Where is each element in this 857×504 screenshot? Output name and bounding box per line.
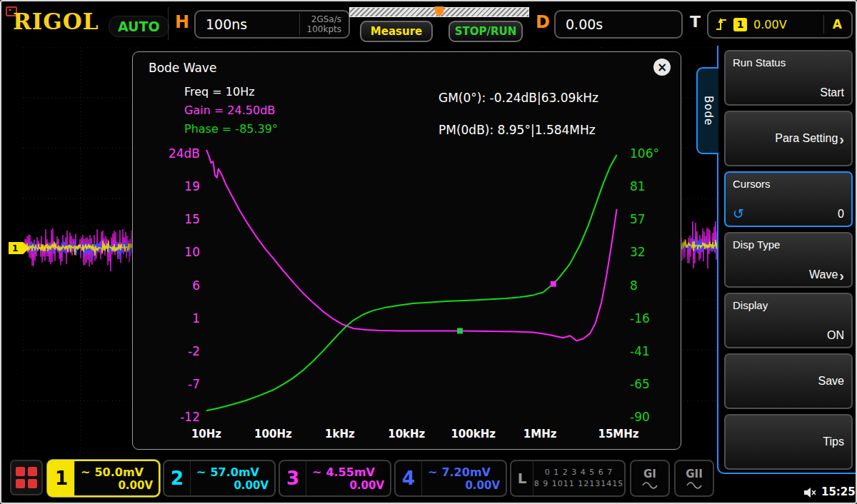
- menu-label: Run Status: [733, 56, 844, 69]
- menu-value: Para Setting: [775, 132, 838, 145]
- svg-text:15: 15: [184, 212, 200, 226]
- timebase-value: 100ns: [196, 16, 299, 32]
- svg-text:10: 10: [184, 245, 200, 259]
- quick-menu-button[interactable]: [10, 460, 43, 495]
- channel-scale: 4.55mV: [326, 465, 375, 479]
- trigger-box[interactable]: 1 0.00V A: [707, 10, 853, 39]
- menu-value: Start: [820, 86, 844, 99]
- rising-edge-icon: [716, 17, 727, 31]
- bode-plot: 24dB19151061-2-7-12106°8157328-16-41-65-…: [139, 143, 671, 443]
- divider: [823, 15, 824, 34]
- menu-value: ON: [827, 329, 844, 342]
- svg-text:-65: -65: [630, 377, 650, 391]
- oscilloscope-screen: RIGOL AUTO H 100ns 2GSa/s 100kpts Measur…: [0, 0, 857, 504]
- channel-offset: 0.00V: [81, 479, 153, 492]
- channel-2-badge[interactable]: 2 ~57.0mV 0.00V: [163, 460, 276, 497]
- menu-item-display[interactable]: Display ON: [724, 293, 853, 348]
- channel-number: 2: [164, 461, 191, 495]
- delay-box[interactable]: 0.00s: [554, 10, 683, 39]
- phase-margin-readout: PM(0dB): 8.95°|1.584MHz: [438, 123, 596, 137]
- measure-button[interactable]: Measure: [360, 21, 433, 42]
- tab-bode[interactable]: Bode: [696, 67, 718, 154]
- svg-text:-2: -2: [188, 344, 200, 358]
- generator1-badge[interactable]: GI: [630, 460, 670, 497]
- run-mode-badge: AUTO: [109, 16, 169, 37]
- coupling-icon: ~: [196, 465, 206, 479]
- trigger-source-badge: 1: [733, 18, 747, 31]
- position-marker-icon: [435, 6, 443, 17]
- acquisition-info: 2GSa/s 100kpts: [299, 14, 349, 35]
- menu-label: Cursors: [733, 178, 844, 190]
- channel-values: ~57.0mV 0.00V: [191, 461, 274, 495]
- svg-text:-7: -7: [188, 377, 200, 391]
- red-square-icon: [28, 467, 37, 476]
- red-square-icon: [16, 479, 25, 488]
- menu-sidebar: Run Status Start Para Setting› Cursors ↺…: [717, 46, 857, 474]
- reset-cursor-icon: ↺: [733, 207, 744, 221]
- svg-text:6: 6: [192, 278, 200, 293]
- channel-scale: 7.20mV: [441, 465, 491, 479]
- close-icon[interactable]: ×: [653, 59, 671, 76]
- sine-wave-icon: [642, 482, 658, 489]
- svg-text:1kHz: 1kHz: [325, 428, 355, 440]
- menu-value: Save: [818, 375, 844, 388]
- timebase-box[interactable]: 100ns 2GSa/s 100kpts: [194, 10, 350, 39]
- generator2-badge[interactable]: GII: [674, 460, 714, 497]
- mute-speaker-icon: [803, 487, 817, 498]
- channel-values: ~50.0mV 0.00V: [75, 461, 159, 495]
- menu-label: Display: [733, 299, 844, 311]
- channel-number: 4: [396, 461, 422, 495]
- rigol-logo: RIGOL: [13, 9, 99, 34]
- channel-offset: 0.00V: [312, 479, 384, 492]
- channel-number: 1: [49, 461, 75, 495]
- coupling-icon: ~: [81, 465, 90, 479]
- menu-item-disp-type[interactable]: Disp Type Wave›: [724, 232, 853, 288]
- la-label: L: [511, 461, 533, 495]
- trigger-sweep-mode: A: [831, 17, 844, 31]
- menu-item-cursors[interactable]: Cursors ↺0: [724, 171, 853, 227]
- coupling-icon: ~: [312, 465, 321, 479]
- trigger-label: T: [690, 13, 701, 31]
- menu-value: 0: [838, 208, 844, 221]
- red-square-icon: [28, 479, 37, 488]
- delay-value: 0.00s: [566, 16, 603, 32]
- channel-number: 3: [280, 461, 306, 495]
- chevron-right-icon: ›: [839, 270, 844, 281]
- channel-1-badge[interactable]: 1 ~50.0mV 0.00V: [47, 460, 160, 497]
- logic-analyzer-badge[interactable]: L 0 1 2 3 4 5 6 7 8 9 1011 12131415: [510, 460, 626, 497]
- bode-wave-dialog: Bode Wave × Freq = 10Hz Gain = 24.50dB P…: [132, 51, 681, 450]
- menu-item-tips[interactable]: Tips: [724, 414, 853, 470]
- menu-item-run-status[interactable]: Run Status Start: [724, 50, 853, 106]
- la-row2: 8 9 1011 12131415: [534, 478, 623, 490]
- freq-readout: Freq = 10Hz: [184, 85, 255, 99]
- clock: 15:25: [821, 485, 856, 498]
- sample-rate: 2GSa/s: [311, 14, 341, 24]
- channel-4-badge[interactable]: 4 ~7.20mV 0.00V: [394, 460, 507, 497]
- phase-readout: Phase = -85.39°: [184, 122, 278, 136]
- menu-value: Wave: [809, 268, 838, 281]
- chevron-right-icon: ›: [839, 133, 844, 145]
- svg-text:1MHz: 1MHz: [523, 428, 557, 440]
- menu-label: Disp Type: [733, 238, 844, 251]
- svg-text:-41: -41: [630, 344, 650, 358]
- svg-text:15MHz: 15MHz: [598, 428, 638, 440]
- svg-text:10kHz: 10kHz: [388, 428, 425, 440]
- svg-text:-16: -16: [630, 311, 650, 326]
- svg-text:100Hz: 100Hz: [254, 428, 292, 440]
- svg-text:19: 19: [184, 179, 200, 193]
- channel-scale: 50.0mV: [94, 465, 144, 479]
- svg-text:-90: -90: [630, 410, 650, 424]
- menu-value: Tips: [823, 435, 844, 448]
- menu-item-para-setting[interactable]: Para Setting›: [724, 111, 853, 166]
- top-bar: RIGOL AUTO H 100ns 2GSa/s 100kpts Measur…: [1, 1, 857, 46]
- gain-readout: Gain = 24.50dB: [184, 104, 275, 117]
- stop-run-button[interactable]: STOP/RUN: [448, 21, 523, 42]
- menu-item-save[interactable]: Save: [724, 353, 853, 409]
- svg-text:1: 1: [192, 311, 200, 326]
- channel-3-badge[interactable]: 3 ~4.55mV 0.00V: [279, 460, 391, 497]
- dialog-title: Bode Wave: [149, 61, 216, 75]
- waveform-position-bar[interactable]: [349, 7, 529, 17]
- gii-label: GII: [686, 468, 702, 480]
- svg-text:32: 32: [630, 245, 646, 259]
- svg-text:24dB: 24dB: [169, 146, 200, 161]
